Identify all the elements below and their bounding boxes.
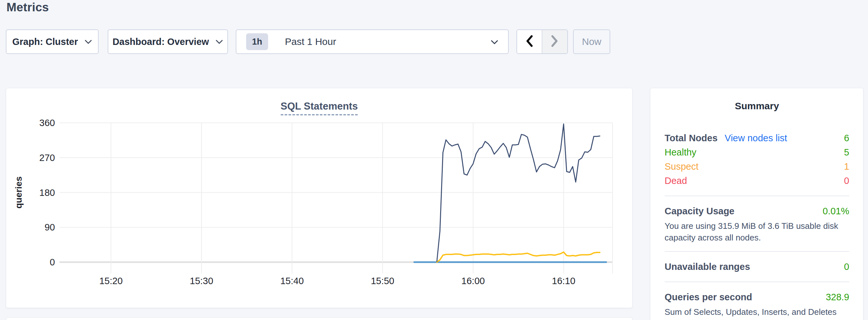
chevron-right-icon (551, 35, 559, 49)
queries-per-second-value: 328.9 (826, 292, 849, 302)
queries-per-second-label: Queries per second (664, 292, 752, 302)
graph-scope-dropdown[interactable]: Graph: Cluster (6, 29, 99, 54)
graph-scope-dropdown-label: Graph: Cluster (12, 36, 78, 47)
healthy-value: 5 (844, 147, 849, 158)
metrics-toolbar: Graph: Cluster Dashboard: Overview 1h Pa… (0, 29, 868, 54)
x-tick-label: 16:10 (552, 276, 576, 286)
healthy-label: Healthy (664, 147, 696, 158)
total-nodes-label: Total Nodes (664, 133, 718, 143)
summary-divider (664, 196, 849, 196)
x-tick-label: 15:40 (280, 276, 304, 286)
next-time-window-button-disabled[interactable] (542, 30, 567, 53)
unavailable-ranges-value: 0 (844, 261, 849, 272)
yellow-line (437, 252, 600, 262)
capacity-usage-value: 0.01% (823, 206, 849, 217)
x-tick-label: 15:50 (371, 276, 395, 286)
dead-label: Dead (664, 175, 687, 186)
summary-title: Summary (664, 100, 849, 111)
chevron-down-icon (491, 40, 498, 46)
summary-divider (664, 251, 849, 252)
healthy-nodes-row: Healthy 5 (664, 145, 849, 159)
y-tick-label: 90 (44, 222, 55, 232)
capacity-usage-description: You are using 315.9 MiB of 3.6 TiB usabl… (664, 220, 849, 244)
dashboard-dropdown[interactable]: Dashboard: Overview (108, 29, 228, 54)
capacity-usage-label: Capacity Usage (664, 206, 735, 217)
y-tick-label: 0 (50, 257, 55, 267)
y-axis-unit-label: queries (13, 177, 24, 209)
unavailable-ranges-row: Unavailable ranges 0 (664, 260, 849, 274)
time-window-arrows (517, 29, 568, 54)
sql-statements-chart-card: SQL Statements 09018027036015:2015:3015:… (6, 88, 632, 308)
chevron-down-icon (215, 39, 223, 44)
previous-time-window-button[interactable] (517, 30, 542, 53)
x-tick-label: 16:00 (462, 276, 485, 286)
dashboard-dropdown-label: Dashboard: Overview (113, 36, 209, 47)
x-tick-label: 15:20 (99, 276, 123, 286)
sql-statements-chart-plot[interactable]: 09018027036015:2015:3015:4015:5016:0016:… (6, 88, 633, 308)
x-tick-label: 15:30 (190, 276, 213, 286)
summary-panel: Summary Total Nodes View nodes list 6 He… (650, 88, 864, 320)
capacity-usage-row: Capacity Usage 0.01% (664, 204, 849, 218)
y-tick-label: 270 (39, 153, 55, 163)
dead-nodes-row: Dead 0 (664, 173, 849, 188)
y-tick-label: 360 (39, 118, 55, 128)
chevron-down-icon (84, 39, 92, 44)
chevron-left-icon (526, 35, 533, 49)
summary-divider (664, 282, 849, 282)
dead-value: 0 (844, 175, 849, 186)
suspect-value: 1 (844, 161, 849, 172)
time-range-badge: 1h (246, 33, 268, 50)
view-nodes-list-link[interactable]: View nodes list (725, 133, 787, 143)
time-range-label: Past 1 Hour (285, 36, 336, 47)
queries-per-second-description: Sum of Selects, Updates, Inserts, and De… (664, 306, 849, 320)
total-nodes-value: 6 (844, 133, 849, 143)
y-tick-label: 180 (39, 188, 55, 198)
now-button[interactable]: Now (573, 29, 610, 54)
time-range-dropdown[interactable]: 1h Past 1 Hour (236, 29, 509, 54)
queries-per-second-row: Queries per second 328.9 (664, 290, 849, 304)
suspect-label: Suspect (664, 161, 699, 172)
next-chart-card (6, 317, 632, 320)
total-nodes-row: Total Nodes View nodes list 6 (664, 131, 849, 145)
unavailable-ranges-label: Unavailable ranges (664, 261, 750, 272)
page-title: Metrics (6, 1, 49, 14)
suspect-nodes-row: Suspect 1 (664, 159, 849, 173)
